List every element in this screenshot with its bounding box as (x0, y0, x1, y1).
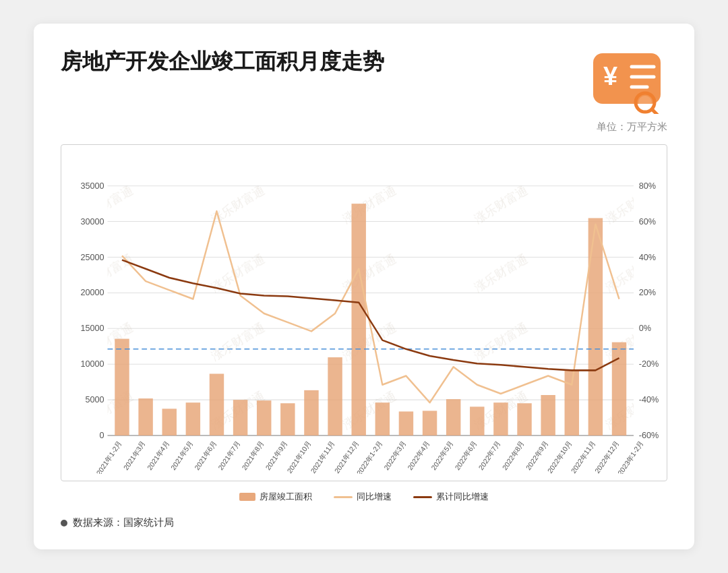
svg-text:2021年8月: 2021年8月 (241, 440, 265, 471)
svg-rect-52 (517, 403, 531, 435)
legend-bar-icon (239, 493, 255, 501)
svg-rect-45 (351, 204, 365, 435)
main-card: 房地产开发企业竣工面积月度走势 ¥ 单位：万平方米 (34, 24, 694, 549)
svg-rect-42 (280, 403, 295, 435)
legend-yoy-label: 同比增速 (357, 491, 392, 503)
logo-icon: ¥ (586, 48, 667, 115)
svg-rect-55 (588, 218, 603, 436)
svg-text:¥: ¥ (603, 62, 617, 90)
svg-text:20000: 20000 (80, 287, 104, 297)
svg-text:2022年5月: 2022年5月 (430, 440, 454, 471)
svg-text:0: 0 (100, 430, 104, 440)
source-dot (61, 520, 67, 526)
legend-bar-item: 房屋竣工面积 (239, 491, 312, 503)
svg-rect-39 (210, 373, 224, 435)
svg-text:2021年3月: 2021年3月 (122, 440, 146, 471)
svg-text:35000: 35000 (80, 181, 104, 191)
svg-text:2021年7月: 2021年7月 (217, 440, 241, 471)
svg-rect-44 (328, 357, 342, 435)
svg-text:2021年6月: 2021年6月 (193, 440, 218, 471)
svg-text:2022年10月: 2022年10月 (546, 440, 573, 474)
svg-text:2022年8月: 2022年8月 (501, 440, 525, 471)
svg-rect-51 (493, 402, 508, 435)
svg-text:25000: 25000 (80, 251, 104, 262)
source-label: 数据来源：国家统计局 (73, 516, 174, 529)
svg-text:2022年1-2月: 2022年1-2月 (355, 440, 384, 474)
svg-text:2021年4月: 2021年4月 (146, 440, 170, 471)
svg-rect-48 (423, 411, 437, 435)
svg-rect-40 (233, 400, 247, 435)
svg-rect-41 (257, 400, 271, 435)
svg-rect-47 (399, 411, 413, 435)
svg-text:2021年5月: 2021年5月 (170, 440, 194, 471)
legend-cum-item: 累计同比增速 (413, 491, 489, 503)
legend-yoy-item: 同比增速 (334, 491, 392, 503)
header: 房地产开发企业竣工面积月度走势 ¥ (61, 48, 667, 115)
svg-text:2022年9月: 2022年9月 (524, 440, 549, 471)
svg-text:15000: 15000 (80, 323, 104, 333)
svg-rect-43 (304, 390, 318, 435)
legend-yoy-icon (334, 496, 353, 498)
svg-text:5000: 5000 (85, 394, 104, 404)
svg-text:2022年11月: 2022年11月 (570, 440, 597, 474)
svg-rect-36 (138, 398, 152, 435)
svg-text:-40%: -40% (639, 394, 659, 404)
legend-cum-label: 累计同比增速 (436, 491, 489, 503)
page-title: 房地产开发企业竣工面积月度走势 (61, 48, 384, 76)
svg-rect-53 (541, 395, 555, 435)
svg-point-7 (638, 96, 652, 109)
svg-text:-20%: -20% (639, 359, 659, 369)
svg-rect-38 (186, 402, 200, 435)
svg-text:2022年12月: 2022年12月 (593, 440, 620, 474)
svg-text:-60%: -60% (639, 430, 659, 440)
svg-text:2021年12月: 2021年12月 (333, 440, 360, 474)
svg-text:2021年9月: 2021年9月 (264, 440, 289, 471)
svg-text:0%: 0% (639, 323, 652, 333)
svg-text:2022年4月: 2022年4月 (406, 440, 431, 471)
svg-text:40%: 40% (639, 251, 657, 262)
svg-rect-37 (162, 409, 177, 435)
svg-text:2023年1-2月: 2023年1-2月 (617, 440, 645, 474)
unit-label: 单位：万平方米 (61, 121, 667, 133)
svg-text:2021年1-2月: 2021年1-2月 (95, 440, 123, 474)
legend: 房屋竣工面积 同比增速 累计同比增速 (61, 491, 667, 503)
data-source: 数据来源：国家统计局 (61, 516, 667, 529)
chart-svg: 涨乐财富通 35000 30000 (68, 158, 660, 474)
legend-bar-label: 房屋竣工面积 (260, 491, 312, 503)
svg-text:80%: 80% (639, 181, 657, 191)
svg-text:20%: 20% (639, 287, 657, 297)
svg-line-6 (652, 109, 659, 114)
svg-text:10000: 10000 (80, 359, 104, 369)
svg-text:2022年6月: 2022年6月 (454, 440, 478, 471)
svg-text:60%: 60% (639, 216, 657, 226)
svg-text:2021年11月: 2021年11月 (309, 440, 336, 474)
svg-rect-50 (470, 406, 484, 435)
svg-rect-46 (375, 402, 390, 435)
svg-text:2022年3月: 2022年3月 (383, 440, 407, 471)
svg-rect-56 (612, 342, 626, 435)
svg-rect-35 (115, 339, 129, 435)
chart-inner: 涨乐财富通 35000 30000 (68, 158, 660, 474)
svg-text:2022年7月: 2022年7月 (477, 440, 502, 471)
svg-text:2021年10月: 2021年10月 (286, 440, 313, 474)
legend-cum-icon (413, 496, 432, 498)
chart-area: 涨乐财富通 35000 30000 (61, 144, 667, 481)
svg-text:30000: 30000 (80, 216, 104, 226)
svg-rect-49 (446, 399, 460, 435)
